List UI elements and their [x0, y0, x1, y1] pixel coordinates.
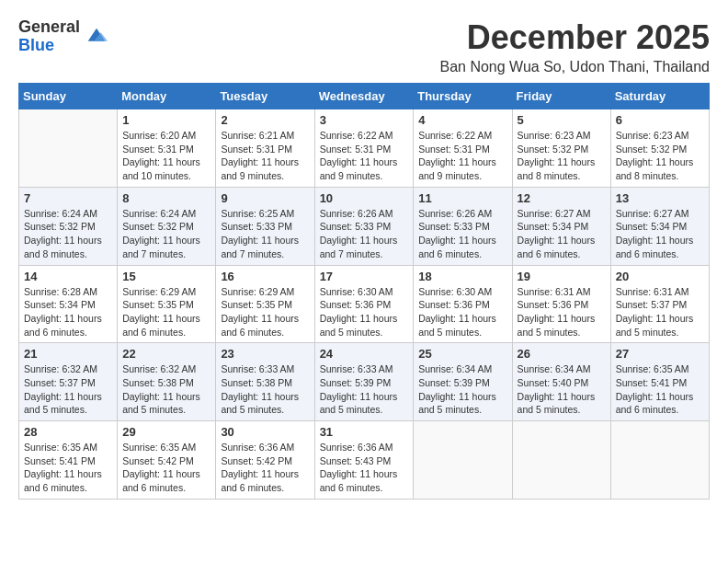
day-header-sunday: Sunday	[19, 84, 118, 109]
day-number: 12	[518, 191, 606, 205]
day-number: 13	[616, 191, 704, 205]
cell-info: Sunrise: 6:22 AMSunset: 5:31 PMDaylight:…	[320, 129, 409, 183]
cell-info: Sunrise: 6:32 AMSunset: 5:38 PMDaylight:…	[122, 362, 210, 417]
logo: General Blue	[18, 18, 109, 55]
day-number: 31	[320, 425, 409, 439]
cell-info: Sunrise: 6:27 AMSunset: 5:34 PMDaylight:…	[518, 207, 606, 261]
calendar-cell: 8Sunrise: 6:24 AMSunset: 5:32 PMDaylight…	[118, 187, 216, 265]
day-number: 10	[320, 191, 409, 205]
cell-info: Sunrise: 6:35 AMSunset: 5:41 PMDaylight:…	[24, 441, 112, 495]
calendar-cell: 1Sunrise: 6:20 AMSunset: 5:31 PMDaylight…	[118, 109, 216, 188]
calendar-cell: 21Sunrise: 6:32 AMSunset: 5:37 PMDayligh…	[19, 343, 118, 421]
calendar-cell: 28Sunrise: 6:35 AMSunset: 5:41 PMDayligh…	[19, 421, 118, 500]
cell-info: Sunrise: 6:26 AMSunset: 5:33 PMDaylight:…	[418, 207, 506, 261]
calendar-week-row: 21Sunrise: 6:32 AMSunset: 5:37 PMDayligh…	[19, 343, 710, 421]
calendar-cell	[512, 421, 610, 500]
day-number: 9	[221, 191, 309, 205]
day-header-tuesday: Tuesday	[216, 84, 314, 109]
cell-info: Sunrise: 6:24 AMSunset: 5:32 PMDaylight:…	[122, 207, 210, 261]
day-number: 21	[24, 347, 112, 361]
calendar-cell: 10Sunrise: 6:26 AMSunset: 5:33 PMDayligh…	[314, 187, 414, 265]
day-number: 3	[320, 113, 409, 127]
calendar-cell: 19Sunrise: 6:31 AMSunset: 5:36 PMDayligh…	[512, 265, 610, 343]
cell-info: Sunrise: 6:26 AMSunset: 5:33 PMDaylight:…	[320, 207, 409, 261]
day-number: 27	[616, 347, 704, 361]
cell-info: Sunrise: 6:35 AMSunset: 5:42 PMDaylight:…	[122, 441, 210, 495]
cell-info: Sunrise: 6:30 AMSunset: 5:36 PMDaylight:…	[418, 285, 506, 339]
page-header: General Blue December 2025 Ban Nong Wua …	[18, 18, 710, 75]
cell-info: Sunrise: 6:27 AMSunset: 5:34 PMDaylight:…	[616, 207, 704, 261]
day-number: 23	[221, 347, 309, 361]
calendar-cell: 27Sunrise: 6:35 AMSunset: 5:41 PMDayligh…	[610, 343, 709, 421]
month-title: December 2025	[439, 18, 710, 57]
day-number: 20	[616, 270, 704, 283]
day-number: 16	[221, 270, 309, 283]
cell-info: Sunrise: 6:29 AMSunset: 5:35 PMDaylight:…	[122, 285, 210, 339]
day-number: 2	[221, 113, 309, 127]
cell-info: Sunrise: 6:34 AMSunset: 5:39 PMDaylight:…	[418, 362, 506, 417]
day-number: 26	[518, 347, 606, 361]
day-number: 8	[122, 191, 210, 205]
day-number: 1	[122, 113, 210, 127]
calendar-cell: 29Sunrise: 6:35 AMSunset: 5:42 PMDayligh…	[118, 421, 216, 500]
cell-info: Sunrise: 6:28 AMSunset: 5:34 PMDaylight:…	[24, 285, 112, 339]
calendar-cell: 6Sunrise: 6:23 AMSunset: 5:32 PMDaylight…	[610, 109, 709, 188]
calendar-cell: 30Sunrise: 6:36 AMSunset: 5:42 PMDayligh…	[216, 421, 314, 500]
calendar-cell: 3Sunrise: 6:22 AMSunset: 5:31 PMDaylight…	[314, 109, 414, 188]
cell-info: Sunrise: 6:36 AMSunset: 5:42 PMDaylight:…	[221, 441, 309, 495]
logo-general: General	[18, 18, 80, 37]
day-number: 17	[320, 270, 409, 283]
calendar-cell: 14Sunrise: 6:28 AMSunset: 5:34 PMDayligh…	[19, 265, 118, 343]
day-header-friday: Friday	[512, 84, 610, 109]
calendar-cell: 15Sunrise: 6:29 AMSunset: 5:35 PMDayligh…	[118, 265, 216, 343]
calendar-cell: 18Sunrise: 6:30 AMSunset: 5:36 PMDayligh…	[414, 265, 512, 343]
day-number: 24	[320, 347, 409, 361]
calendar-cell: 23Sunrise: 6:33 AMSunset: 5:38 PMDayligh…	[216, 343, 314, 421]
calendar-table: SundayMondayTuesdayWednesdayThursdayFrid…	[18, 83, 710, 500]
cell-info: Sunrise: 6:29 AMSunset: 5:35 PMDaylight:…	[221, 285, 309, 339]
cell-info: Sunrise: 6:20 AMSunset: 5:31 PMDaylight:…	[122, 129, 210, 183]
cell-info: Sunrise: 6:30 AMSunset: 5:36 PMDaylight:…	[320, 285, 409, 339]
day-number: 14	[24, 270, 112, 283]
calendar-cell: 2Sunrise: 6:21 AMSunset: 5:31 PMDaylight…	[216, 109, 314, 188]
calendar-week-row: 1Sunrise: 6:20 AMSunset: 5:31 PMDaylight…	[19, 109, 710, 188]
cell-info: Sunrise: 6:36 AMSunset: 5:43 PMDaylight:…	[320, 441, 409, 495]
day-number: 4	[418, 113, 506, 127]
day-header-saturday: Saturday	[610, 84, 709, 109]
day-header-thursday: Thursday	[414, 84, 512, 109]
cell-info: Sunrise: 6:32 AMSunset: 5:37 PMDaylight:…	[24, 362, 112, 417]
cell-info: Sunrise: 6:31 AMSunset: 5:37 PMDaylight:…	[616, 285, 704, 339]
logo-icon	[84, 24, 109, 50]
calendar-cell	[414, 421, 512, 500]
calendar-cell: 31Sunrise: 6:36 AMSunset: 5:43 PMDayligh…	[314, 421, 414, 500]
title-section: December 2025 Ban Nong Wua So, Udon Than…	[439, 18, 710, 75]
calendar-cell: 12Sunrise: 6:27 AMSunset: 5:34 PMDayligh…	[512, 187, 610, 265]
day-number: 29	[122, 425, 210, 439]
cell-info: Sunrise: 6:21 AMSunset: 5:31 PMDaylight:…	[221, 129, 309, 183]
day-number: 19	[518, 270, 606, 283]
calendar-cell: 5Sunrise: 6:23 AMSunset: 5:32 PMDaylight…	[512, 109, 610, 188]
cell-info: Sunrise: 6:34 AMSunset: 5:40 PMDaylight:…	[518, 362, 606, 417]
day-number: 7	[24, 191, 112, 205]
calendar-cell: 13Sunrise: 6:27 AMSunset: 5:34 PMDayligh…	[610, 187, 709, 265]
cell-info: Sunrise: 6:31 AMSunset: 5:36 PMDaylight:…	[518, 285, 606, 339]
calendar-header-row: SundayMondayTuesdayWednesdayThursdayFrid…	[19, 84, 710, 109]
day-number: 28	[24, 425, 112, 439]
calendar-cell: 26Sunrise: 6:34 AMSunset: 5:40 PMDayligh…	[512, 343, 610, 421]
cell-info: Sunrise: 6:35 AMSunset: 5:41 PMDaylight:…	[616, 362, 704, 417]
day-number: 18	[418, 270, 506, 283]
calendar-cell: 22Sunrise: 6:32 AMSunset: 5:38 PMDayligh…	[118, 343, 216, 421]
cell-info: Sunrise: 6:22 AMSunset: 5:31 PMDaylight:…	[418, 129, 506, 183]
day-number: 25	[418, 347, 506, 361]
calendar-week-row: 14Sunrise: 6:28 AMSunset: 5:34 PMDayligh…	[19, 265, 710, 343]
calendar-cell: 24Sunrise: 6:33 AMSunset: 5:39 PMDayligh…	[314, 343, 414, 421]
day-header-monday: Monday	[118, 84, 216, 109]
calendar-cell: 17Sunrise: 6:30 AMSunset: 5:36 PMDayligh…	[314, 265, 414, 343]
calendar-week-row: 28Sunrise: 6:35 AMSunset: 5:41 PMDayligh…	[19, 421, 710, 500]
logo-blue: Blue	[18, 37, 80, 55]
calendar-cell	[610, 421, 709, 500]
cell-info: Sunrise: 6:33 AMSunset: 5:39 PMDaylight:…	[320, 362, 409, 417]
cell-info: Sunrise: 6:25 AMSunset: 5:33 PMDaylight:…	[221, 207, 309, 261]
day-number: 11	[418, 191, 506, 205]
day-number: 15	[122, 270, 210, 283]
